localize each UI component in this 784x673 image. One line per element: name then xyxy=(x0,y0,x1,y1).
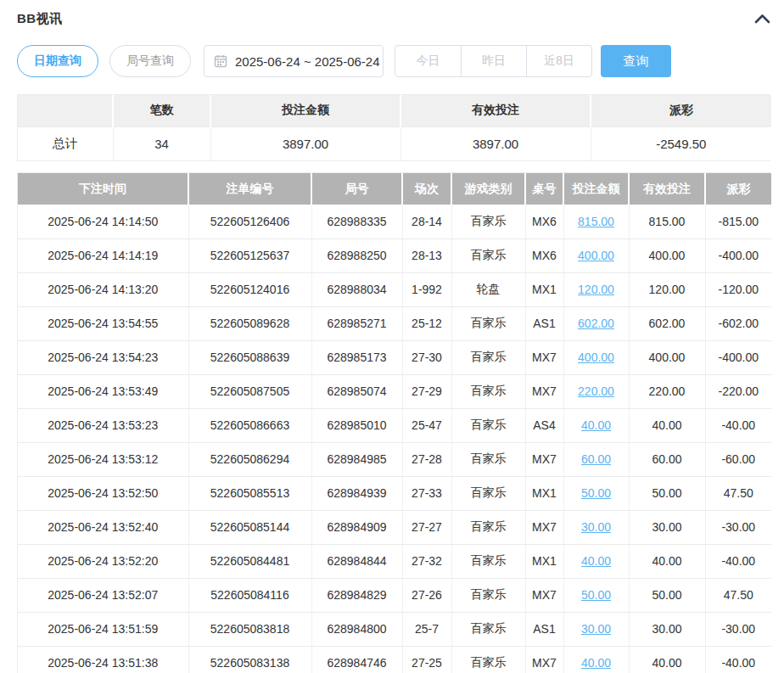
table-row: 2025-06-24 13:52:50522605085513628984939… xyxy=(18,476,771,510)
quick-range-group: 今日 昨日 近8日 xyxy=(395,45,592,77)
search-button[interactable]: 查询 xyxy=(601,45,671,77)
valid-bet-cell: 50.00 xyxy=(629,476,705,510)
table-row: 2025-06-24 13:53:12522605086294628984985… xyxy=(18,442,771,476)
session-cell: 28-13 xyxy=(402,238,451,272)
game-type-cell: 轮盘 xyxy=(451,272,525,306)
bet-id-cell: 522605084116 xyxy=(188,578,311,612)
payout-cell: -120.00 xyxy=(705,272,771,306)
bet-amount-link[interactable]: 220.00 xyxy=(578,384,614,398)
bet-id-cell: 522605124016 xyxy=(188,272,311,306)
bet-amount-link[interactable]: 60.00 xyxy=(581,452,611,466)
payout-cell: -60.00 xyxy=(705,442,771,476)
valid-bet-cell: 40.00 xyxy=(629,544,705,578)
game-type-cell: 百家乐 xyxy=(451,374,525,408)
bet-time-cell: 2025-06-24 13:51:38 xyxy=(18,646,188,673)
bet-id-cell: 522605085144 xyxy=(188,510,311,544)
round-id-cell: 628985010 xyxy=(311,408,402,442)
valid-bet-cell: 40.00 xyxy=(629,646,705,673)
game-type-cell: 百家乐 xyxy=(451,340,525,374)
table-id-cell: MX7 xyxy=(525,340,563,374)
bet-time-cell: 2025-06-24 13:54:23 xyxy=(18,340,188,374)
table-row: 2025-06-24 13:53:49522605087505628985074… xyxy=(18,374,771,408)
bet-amount-cell: 40.00 xyxy=(563,408,629,442)
summary-payout-value: -2549.50 xyxy=(591,126,771,160)
payout-cell: 47.50 xyxy=(705,578,771,612)
table-row: 2025-06-24 13:52:07522605084116628984829… xyxy=(18,578,771,612)
col-round-id: 局号 xyxy=(311,173,402,205)
bet-amount-link[interactable]: 120.00 xyxy=(578,283,614,296)
bet-amount-link[interactable]: 50.00 xyxy=(581,486,611,500)
session-cell: 25-47 xyxy=(402,408,451,442)
round-id-cell: 628984829 xyxy=(311,578,402,612)
date-range-picker[interactable]: 2025-06-24 ~ 2025-06-24 xyxy=(204,45,384,77)
bet-amount-link[interactable]: 815.00 xyxy=(578,215,614,228)
payout-cell: -40.00 xyxy=(705,544,771,578)
calendar-icon xyxy=(214,54,227,68)
payout-cell: -40.00 xyxy=(705,408,771,442)
yesterday-button[interactable]: 昨日 xyxy=(461,46,526,76)
round-id-cell: 628984844 xyxy=(311,544,402,578)
summary-total-row: 总计 34 3897.00 3897.00 -2549.50 xyxy=(18,126,771,160)
session-cell: 27-29 xyxy=(402,374,451,408)
bet-id-cell: 522605085513 xyxy=(188,476,311,510)
chevron-up-icon[interactable] xyxy=(754,14,770,24)
bet-amount-link[interactable]: 30.00 xyxy=(581,520,611,534)
bb-video-panel: BB视讯 日期查询 局号查询 2025-06-24 ~ 2025-06-24 今… xyxy=(0,0,784,673)
bet-time-cell: 2025-06-24 13:52:40 xyxy=(18,510,188,544)
date-range-value: 2025-06-24 ~ 2025-06-24 xyxy=(235,54,380,69)
today-button[interactable]: 今日 xyxy=(395,46,461,76)
bet-amount-cell: 40.00 xyxy=(563,646,629,673)
bet-amount-cell: 50.00 xyxy=(563,476,629,510)
session-cell: 27-33 xyxy=(402,476,451,510)
game-type-cell: 百家乐 xyxy=(451,646,525,673)
summary-header-payout: 派彩 xyxy=(591,95,771,126)
summary-table: 笔数 投注金额 有效投注 派彩 总计 34 3897.00 3897.00 -2… xyxy=(17,94,770,161)
bet-amount-link[interactable]: 40.00 xyxy=(581,554,611,568)
table-row: 2025-06-24 14:14:50522605126406628988335… xyxy=(18,205,771,238)
bet-id-cell: 522605125637 xyxy=(188,238,311,272)
session-cell: 27-28 xyxy=(402,442,451,476)
bet-time-cell: 2025-06-24 13:53:23 xyxy=(18,408,188,442)
bet-id-cell: 522605087505 xyxy=(188,374,311,408)
game-type-cell: 百家乐 xyxy=(451,408,525,442)
session-cell: 27-30 xyxy=(402,340,451,374)
bet-amount-link[interactable]: 40.00 xyxy=(581,656,611,670)
round-id-cell: 628984909 xyxy=(311,510,402,544)
valid-bet-cell: 602.00 xyxy=(629,306,705,340)
bet-amount-cell: 40.00 xyxy=(563,544,629,578)
bet-id-cell: 522605126406 xyxy=(188,205,311,238)
game-type-cell: 百家乐 xyxy=(451,205,525,238)
col-bet-time: 下注时间 xyxy=(18,173,188,205)
table-id-cell: AS1 xyxy=(525,306,563,340)
round-id-cell: 628984985 xyxy=(311,442,402,476)
bet-id-cell: 522605086663 xyxy=(188,408,311,442)
tab-date-query[interactable]: 日期查询 xyxy=(17,45,98,77)
bet-amount-link[interactable]: 50.00 xyxy=(581,588,611,602)
page-title: BB视讯 xyxy=(17,11,63,27)
tab-round-query[interactable]: 局号查询 xyxy=(109,45,191,77)
bet-amount-link[interactable]: 400.00 xyxy=(578,249,614,262)
bet-amount-link[interactable]: 602.00 xyxy=(578,317,614,330)
session-cell: 25-7 xyxy=(402,612,451,646)
last-8-days-button[interactable]: 近8日 xyxy=(526,46,591,76)
col-table-id: 桌号 xyxy=(525,173,563,205)
bet-time-cell: 2025-06-24 14:14:19 xyxy=(18,238,188,272)
bet-amount-link[interactable]: 40.00 xyxy=(581,418,611,432)
round-id-cell: 628985173 xyxy=(311,340,402,374)
panel-titlebar: BB视讯 xyxy=(17,9,770,28)
bet-amount-cell: 120.00 xyxy=(563,272,629,306)
payout-cell: -602.00 xyxy=(705,306,771,340)
table-row: 2025-06-24 14:13:20522605124016628988034… xyxy=(18,272,771,306)
bet-time-cell: 2025-06-24 13:52:07 xyxy=(18,578,188,612)
session-cell: 27-32 xyxy=(402,544,451,578)
summary-total-label: 总计 xyxy=(18,126,113,160)
table-row: 2025-06-24 13:52:40522605085144628984909… xyxy=(18,510,771,544)
table-row: 2025-06-24 13:54:23522605088639628985173… xyxy=(18,340,771,374)
bet-amount-link[interactable]: 30.00 xyxy=(581,622,611,636)
table-row: 2025-06-24 13:51:59522605083818628984800… xyxy=(18,612,771,646)
game-type-cell: 百家乐 xyxy=(451,442,525,476)
bet-time-cell: 2025-06-24 13:51:59 xyxy=(18,612,188,646)
session-cell: 27-25 xyxy=(402,646,451,673)
bet-amount-link[interactable]: 400.00 xyxy=(578,351,614,364)
table-id-cell: MX7 xyxy=(525,374,563,408)
